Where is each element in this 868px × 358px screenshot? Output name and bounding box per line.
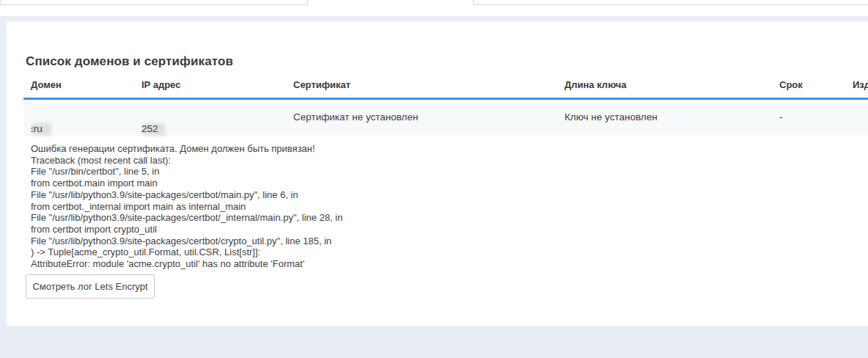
key-length-cell: Ключ не установлен (564, 112, 658, 123)
error-log-line: File "/usr/lib/python3.9/site-packages/c… (31, 212, 837, 224)
column-header-ip: IP адрес (141, 79, 180, 90)
tab-active[interactable] (307, 0, 473, 5)
error-log-line: from certbot.main import main (31, 178, 837, 189)
column-header-certificate: Сертификат (293, 79, 350, 90)
ip-suffix: 252 (141, 123, 158, 134)
tab-border-mid-left (307, 0, 308, 5)
column-header-issuer: Изд (853, 79, 868, 90)
error-log-line: from certbot import crypto_util (31, 224, 837, 235)
certificate-error-log: Ошибка генерации сертификата. Домен долж… (31, 143, 837, 270)
tab-bar (0, 0, 868, 16)
error-log-line: File "/usr/bin/certbot", line 5, in (31, 166, 837, 178)
error-log-line: from certbot._internal import main as in… (31, 201, 837, 213)
error-log-line: Ошибка генерации сертификата. Домен долж… (31, 143, 837, 155)
table-header-row: Домен IP адрес Сертификат Длина ключа Ср… (23, 79, 868, 94)
term-cell: - (779, 112, 783, 123)
column-header-term: Срок (779, 79, 803, 90)
tab-underline-right (473, 4, 868, 5)
error-log-line: ) -> Tuple[acme_crypto_util.Format, util… (31, 246, 837, 258)
certificate-cell: Сертификат не установлен (293, 112, 418, 123)
column-header-domain: Домен (31, 79, 62, 90)
domains-certificates-panel: Список доменов и сертификатов Домен IP а… (7, 21, 868, 326)
error-log-line: File "/usr/lib/python3.9/site-packages/c… (31, 189, 837, 201)
error-log-line: AttributeError: module 'acme.crypto_util… (31, 258, 837, 270)
tab-underline-left (0, 4, 307, 5)
domain-suffix: .ru (31, 123, 43, 134)
view-letsencrypt-log-button[interactable]: Смотреть лог Lets Encrypt (26, 274, 155, 299)
column-header-key-length: Длина ключа (564, 79, 627, 90)
table-row[interactable]: star.ru 217.252 Сертификат не установлен… (23, 100, 868, 136)
page-title: Список доменов и сертификатов (26, 54, 233, 69)
error-log-line: Traceback (most recent call last): (31, 155, 837, 167)
error-log-line: File "/usr/lib/python3.9/site-packages/c… (31, 235, 837, 247)
